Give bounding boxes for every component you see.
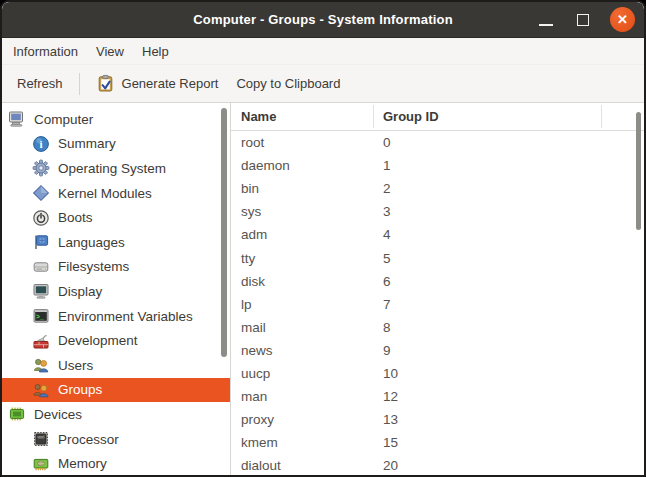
svg-text:>_: >_ [36,314,44,321]
cell-group-id: 1 [373,158,391,173]
sidebar-item-filesystems[interactable]: Filesystems [2,255,230,280]
column-divider[interactable] [373,105,374,128]
table-row[interactable]: uucp10 [231,362,644,385]
close-icon: ✕ [617,12,628,27]
sidebar-item-label: Operating System [58,161,166,176]
table-row[interactable]: adm4 [231,223,644,246]
toolbar-separator [79,73,80,95]
copy-to-clipboard-button[interactable]: Copy to Clipboard [227,69,349,98]
sidebar-item-memory[interactable]: Memory [2,451,230,475]
cell-name: dialout [231,458,373,473]
generate-report-button-label: Generate Report [122,76,219,91]
svg-text:i: i [39,138,42,150]
sidebar-item-languages[interactable]: Languages [2,230,230,255]
cell-name: man [231,389,373,404]
table-scrollbar[interactable] [636,112,641,230]
content-area: ComputeriSummaryOperating SystemKernel M… [2,103,644,475]
gear-icon [32,159,50,177]
sidebar-item-kernel-modules[interactable]: Kernel Modules [2,181,230,206]
sidebar-item-devices[interactable]: Devices [2,402,230,427]
table-row[interactable]: lp7 [231,293,644,316]
sidebar-item-summary[interactable]: iSummary [2,132,230,157]
svg-text:intel: intel [37,435,45,439]
cell-group-id: 3 [373,204,391,219]
cell-group-id: 5 [373,251,391,266]
sidebar-item-label: Groups [58,382,102,397]
cell-name: bin [231,181,373,196]
sidebar-item-groups[interactable]: Groups [2,378,230,403]
table-row[interactable]: sys3 [231,200,644,223]
terminal-icon: >_ [32,307,50,325]
harddisk-icon [32,258,50,276]
menu-help[interactable]: Help [133,39,178,64]
copy-to-clipboard-button-label: Copy to Clipboard [236,76,340,91]
sidebar-tree: ComputeriSummaryOperating SystemKernel M… [2,103,230,475]
titlebar[interactable]: Computer - Groups - System Information ✕ [2,2,644,38]
table-body: root0daemon1bin2sys3adm4tty5disk6lp7mail… [231,131,644,475]
menu-information[interactable]: Information [4,39,87,64]
table-row[interactable]: bin2 [231,177,644,200]
cell-name: proxy [231,412,373,427]
menu-view[interactable]: View [87,39,133,64]
cell-group-id: 0 [373,135,391,150]
table-row[interactable]: tty5 [231,246,644,269]
report-clipboard-icon [96,74,115,93]
memory-icon [32,455,50,473]
table-row[interactable]: proxy13 [231,408,644,431]
table-row[interactable]: news9 [231,339,644,362]
table-row[interactable]: dialout20 [231,454,644,475]
sidebar-item-processor[interactable]: intelProcessor [2,427,230,452]
table-header: Name Group ID [231,103,644,131]
generate-report-button[interactable]: Generate Report [87,67,228,100]
table-row[interactable]: daemon1 [231,154,644,177]
cell-group-id: 8 [373,320,391,335]
sidebar-item-operating-system[interactable]: Operating System [2,156,230,181]
sidebar-item-environment-variables[interactable]: >_Environment Variables [2,304,230,329]
computer-icon [8,110,26,128]
cell-group-id: 6 [373,274,391,289]
cell-group-id: 13 [373,412,398,427]
refresh-button-label: Refresh [17,76,63,91]
cell-name: sys [231,204,373,219]
column-divider[interactable] [601,105,602,128]
sidebar-item-development[interactable]: Development [2,328,230,353]
app-window: Computer - Groups - System Information ✕… [0,0,646,477]
sidebar-item-label: Computer [34,112,93,127]
table-row[interactable]: man12 [231,385,644,408]
sidebar-item-label: Summary [58,136,116,151]
cell-group-id: 20 [373,458,398,473]
sidebar-scrollbar[interactable] [221,108,227,357]
toolbar: Refresh Generate Report Copy to Clipboar… [2,65,644,103]
table-row[interactable]: kmem15 [231,431,644,454]
table-row[interactable]: root0 [231,131,644,154]
cell-group-id: 4 [373,227,391,242]
table-row[interactable]: mail8 [231,316,644,339]
display-icon [32,282,50,300]
cell-name: lp [231,297,373,312]
cell-name: tty [231,251,373,266]
sidebar-item-computer[interactable]: Computer [2,107,230,132]
info-icon: i [32,135,50,153]
sidebar-item-label: Environment Variables [58,309,193,324]
cell-name: kmem [231,435,373,450]
column-header-group-id[interactable]: Group ID [373,109,439,124]
cell-name: daemon [231,158,373,173]
refresh-button[interactable]: Refresh [8,69,72,98]
cell-name: adm [231,227,373,242]
window-title: Computer - Groups - System Information [193,12,453,27]
cell-name: root [231,135,373,150]
sidebar-item-display[interactable]: Display [2,279,230,304]
table-row[interactable]: disk6 [231,270,644,293]
maximize-button[interactable] [573,10,593,30]
cell-name: mail [231,320,373,335]
sidebar-item-boots[interactable]: Boots [2,205,230,230]
window-controls: ✕ [536,2,635,37]
sidebar-item-label: Users [58,358,93,373]
cell-group-id: 10 [373,366,398,381]
sidebar-item-label: Development [58,333,138,348]
close-button[interactable]: ✕ [610,7,635,32]
minimize-button[interactable] [536,10,556,30]
devices-icon [8,405,26,423]
sidebar-item-users[interactable]: Users [2,353,230,378]
column-header-name[interactable]: Name [231,109,373,124]
